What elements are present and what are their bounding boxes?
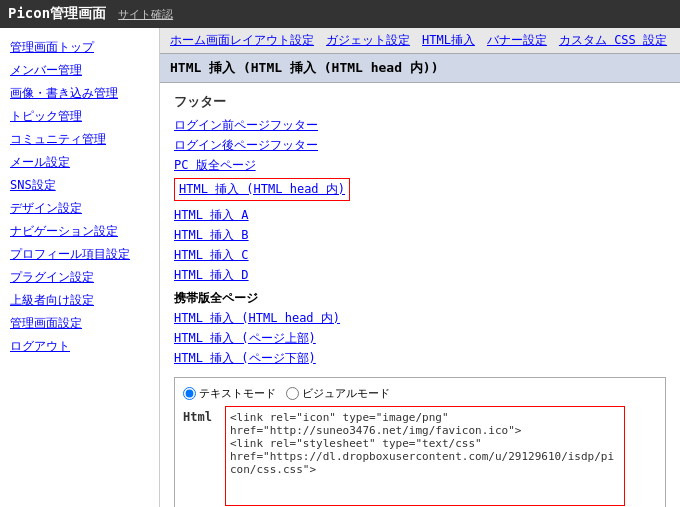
footer-link-1[interactable]: ログイン後ページフッター: [174, 137, 666, 154]
other-link-1[interactable]: HTML 挿入 B: [174, 227, 666, 244]
content-area: フッター ログイン前ページフッター ログイン後ページフッター PC 版全ページ …: [160, 83, 680, 507]
other-link-0[interactable]: HTML 挿入 A: [174, 207, 666, 224]
mode-selector: テキストモード ビジュアルモード: [183, 386, 657, 401]
other-link-3[interactable]: HTML 挿入 D: [174, 267, 666, 284]
top-nav-gadget[interactable]: ガジェット設定: [326, 32, 410, 49]
html-textarea[interactable]: [225, 406, 625, 506]
html-label: Html: [183, 406, 219, 424]
sidebar-item-6[interactable]: SNS設定: [0, 174, 159, 197]
footer-link-2[interactable]: PC 版全ページ: [174, 157, 666, 174]
mode-text-radio[interactable]: [183, 387, 196, 400]
sidebar: 管理画面トップ メンバー管理 画像・書き込み管理 トピック管理 コミュニティ管理…: [0, 28, 160, 507]
main-content: ホーム画面レイアウト設定 ガジェット設定 HTML挿入 バナー設定 カスタム C…: [160, 28, 680, 507]
sidebar-item-9[interactable]: プロフィール項目設定: [0, 243, 159, 266]
mobile-section-title: 携帯版全ページ: [174, 290, 666, 307]
sidebar-item-13[interactable]: ログアウト: [0, 335, 159, 358]
sidebar-item-4[interactable]: コミュニティ管理: [0, 128, 159, 151]
header: Picon管理画面 サイト確認: [0, 0, 680, 28]
sidebar-item-7[interactable]: デザイン設定: [0, 197, 159, 220]
mode-text-label-text: テキストモード: [199, 386, 276, 401]
sidebar-item-8[interactable]: ナビゲーション設定: [0, 220, 159, 243]
top-nav-html-insert[interactable]: HTML挿入: [422, 32, 475, 49]
page-title: HTML 挿入 (HTML 挿入 (HTML head 内)): [160, 54, 680, 83]
footer-link-0[interactable]: ログイン前ページフッター: [174, 117, 666, 134]
top-nav-custom-css[interactable]: カスタム CSS 設定: [559, 32, 667, 49]
top-nav: ホーム画面レイアウト設定 ガジェット設定 HTML挿入 バナー設定 カスタム C…: [160, 28, 680, 54]
sidebar-item-0[interactable]: 管理画面トップ: [0, 36, 159, 59]
site-confirm-link[interactable]: サイト確認: [118, 7, 173, 22]
mode-visual-label-text: ビジュアルモード: [302, 386, 390, 401]
highlighted-html-head-link[interactable]: HTML 挿入 (HTML head 内): [174, 178, 350, 201]
sidebar-item-11[interactable]: 上級者向け設定: [0, 289, 159, 312]
sidebar-item-12[interactable]: 管理画面設定: [0, 312, 159, 335]
top-nav-banner[interactable]: バナー設定: [487, 32, 547, 49]
mobile-link-0[interactable]: HTML 挿入 (HTML head 内): [174, 310, 666, 327]
sidebar-item-10[interactable]: プラグイン設定: [0, 266, 159, 289]
mobile-link-2[interactable]: HTML 挿入 (ページ下部): [174, 350, 666, 367]
sidebar-item-2[interactable]: 画像・書き込み管理: [0, 82, 159, 105]
other-link-2[interactable]: HTML 挿入 C: [174, 247, 666, 264]
footer-section-title: フッター: [174, 93, 666, 111]
mode-text-label[interactable]: テキストモード: [183, 386, 276, 401]
sidebar-item-5[interactable]: メール設定: [0, 151, 159, 174]
html-input-section: テキストモード ビジュアルモード Html 確認: [174, 377, 666, 507]
html-label-row: Html: [183, 406, 657, 506]
mobile-link-1[interactable]: HTML 挿入 (ページ上部): [174, 330, 666, 347]
sidebar-item-1[interactable]: メンバー管理: [0, 59, 159, 82]
mode-visual-radio[interactable]: [286, 387, 299, 400]
sidebar-item-3[interactable]: トピック管理: [0, 105, 159, 128]
mode-visual-label[interactable]: ビジュアルモード: [286, 386, 390, 401]
top-nav-home-layout[interactable]: ホーム画面レイアウト設定: [170, 32, 314, 49]
site-title: Picon管理画面: [8, 5, 106, 23]
